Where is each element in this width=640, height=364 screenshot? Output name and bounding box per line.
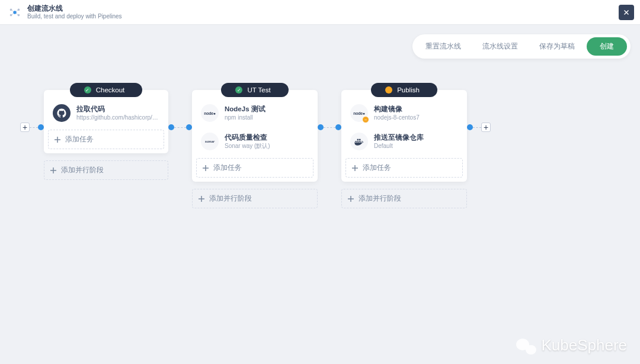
- task-text: 代码质量检查 Sonar way (默认): [225, 133, 270, 150]
- stage-publish: Publish node● ~ 构建镜像 nodejs-8-centos7 推送…: [341, 83, 467, 208]
- stage-pill-uttest[interactable]: ✓ UT Test: [221, 83, 288, 97]
- header: 创建流水线 Build, test and deploy with Pipeli…: [0, 0, 640, 25]
- add-parallel-label: 添加并行阶段: [359, 194, 401, 203]
- checkmark-icon: ✓: [84, 86, 91, 94]
- nodejs-icon: node●: [201, 104, 219, 122]
- svg-point-4: [18, 14, 20, 16]
- svg-point-1: [10, 8, 12, 11]
- github-icon: [53, 104, 71, 122]
- svg-point-2: [18, 8, 20, 11]
- task-title: NodeJs 测试: [225, 105, 265, 114]
- task-text: NodeJs 测试 npm install: [225, 105, 265, 121]
- connector: [467, 124, 481, 130]
- add-parallel-label: 添加并行阶段: [209, 194, 252, 203]
- sonar-icon: sonar: [201, 133, 219, 150]
- stage-pill-checkout[interactable]: ✓ Checkout: [70, 83, 143, 97]
- add-stage-after-button[interactable]: +: [481, 123, 491, 132]
- task-item[interactable]: node● ~ 构建镜像 nodejs-8-centos7: [345, 101, 463, 125]
- pipeline-canvas: + ✓ Checkout 拉取代码 https://github.com/has…: [0, 83, 640, 208]
- save-draft-button[interactable]: 保存为草稿: [530, 37, 584, 56]
- add-parallel-label: 添加并行阶段: [61, 166, 104, 175]
- connector: [168, 124, 192, 130]
- task-title: 构建镜像: [374, 105, 420, 114]
- header-title: 创建流水线: [27, 4, 122, 12]
- add-task-label: 添加任务: [213, 163, 242, 172]
- svg-point-3: [10, 14, 12, 16]
- task-item[interactable]: node● NodeJs 测试 npm install: [196, 101, 313, 125]
- svg-line-8: [16, 12, 18, 14]
- svg-point-0: [13, 11, 17, 14]
- plus-icon: [199, 196, 204, 202]
- plus-icon: [348, 196, 354, 202]
- add-task-label: 添加任务: [65, 135, 94, 144]
- task-item[interactable]: sonar 代码质量检查 Sonar way (默认): [196, 129, 313, 154]
- add-task-label: 添加任务: [363, 163, 391, 172]
- task-subtitle: Default: [374, 142, 424, 150]
- connector: [318, 124, 341, 130]
- plus-icon: [352, 165, 358, 171]
- stage-name: Checkout: [96, 86, 125, 94]
- svg-line-6: [16, 10, 18, 12]
- docker-icon: [350, 133, 368, 150]
- add-task-button[interactable]: 添加任务: [196, 158, 313, 178]
- stage-name: Publish: [397, 86, 420, 94]
- action-toolbar: 重置流水线 流水线设置 保存为草稿 创建: [412, 34, 631, 59]
- add-task-button[interactable]: 添加任务: [48, 130, 164, 149]
- create-button[interactable]: 创建: [587, 37, 627, 56]
- plus-icon: [203, 165, 209, 171]
- wechat-icon: [516, 337, 536, 355]
- stage-ut-test: ✓ UT Test node● NodeJs 测试 npm install so…: [192, 83, 318, 208]
- task-subtitle: npm install: [225, 114, 265, 121]
- stage-card: node● NodeJs 测试 npm install sonar 代码质量检查…: [192, 90, 318, 182]
- task-text: 拉取代码 https://github.com/hashicorp/ter...: [76, 105, 159, 121]
- header-text: 创建流水线 Build, test and deploy with Pipeli…: [27, 4, 122, 20]
- nodejs-icon: node● ~: [350, 104, 368, 122]
- task-text: 推送至镜像仓库 Default: [374, 133, 424, 150]
- stage-name: UT Test: [247, 86, 270, 94]
- plus-icon: [55, 137, 60, 143]
- watermark: KubeSphere: [516, 336, 627, 355]
- task-item[interactable]: 推送至镜像仓库 Default: [345, 129, 463, 154]
- add-parallel-stage-button[interactable]: 添加并行阶段: [192, 189, 318, 208]
- add-task-button[interactable]: 添加任务: [345, 158, 463, 178]
- svg-line-5: [12, 10, 14, 12]
- add-parallel-stage-button[interactable]: 添加并行阶段: [44, 160, 168, 180]
- connector: [30, 124, 44, 130]
- task-title: 推送至镜像仓库: [374, 133, 424, 142]
- status-icon: [385, 86, 392, 94]
- stage-checkout: ✓ Checkout 拉取代码 https://github.com/hashi…: [44, 83, 168, 180]
- header-subtitle: Build, test and deploy with Pipelines: [27, 13, 122, 20]
- task-title: 代码质量检查: [225, 133, 270, 142]
- task-item[interactable]: 拉取代码 https://github.com/hashicorp/ter...: [48, 101, 164, 125]
- add-stage-before-button[interactable]: +: [20, 123, 30, 132]
- task-subtitle: Sonar way (默认): [225, 142, 270, 150]
- task-subtitle: https://github.com/hashicorp/ter...: [76, 114, 159, 121]
- task-subtitle: nodejs-8-centos7: [374, 114, 420, 121]
- warning-badge-icon: ~: [362, 116, 369, 123]
- watermark-text: KubeSphere: [541, 336, 627, 355]
- close-button[interactable]: [619, 5, 634, 20]
- plus-icon: [50, 167, 56, 173]
- pipeline-logo-icon: [8, 6, 21, 19]
- task-text: 构建镜像 nodejs-8-centos7: [374, 105, 420, 121]
- svg-line-7: [12, 12, 14, 14]
- checkmark-icon: ✓: [235, 86, 242, 94]
- reset-pipeline-button[interactable]: 重置流水线: [416, 37, 471, 56]
- add-parallel-stage-button[interactable]: 添加并行阶段: [341, 189, 467, 208]
- stage-card: 拉取代码 https://github.com/hashicorp/ter...…: [44, 90, 168, 153]
- stage-pill-publish[interactable]: Publish: [371, 83, 437, 97]
- pipeline-settings-button[interactable]: 流水线设置: [473, 37, 527, 56]
- stage-card: node● ~ 构建镜像 nodejs-8-centos7 推送至镜像仓库 De…: [341, 90, 467, 182]
- task-title: 拉取代码: [76, 105, 159, 114]
